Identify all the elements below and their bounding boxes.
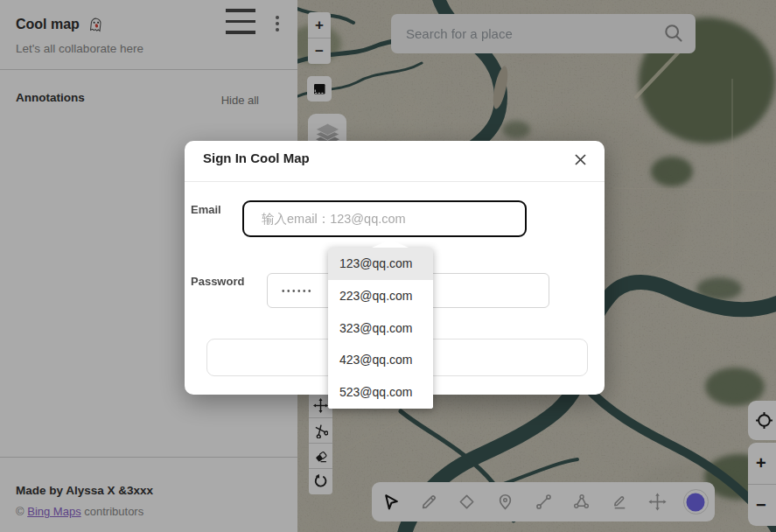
divider bbox=[185, 181, 605, 182]
close-button[interactable] bbox=[571, 150, 589, 168]
app-window: Cool map Let's all collaborate here Anno… bbox=[0, 0, 776, 532]
email-suggestions-dropdown: 123@qq.com 223@qq.com 323@qq.com 423@qq.… bbox=[328, 248, 433, 409]
email-suggestion[interactable]: 323@qq.com bbox=[328, 312, 433, 345]
email-suggestion[interactable]: 523@qq.com bbox=[328, 376, 433, 409]
email-field[interactable] bbox=[242, 200, 527, 237]
email-suggestion[interactable]: 423@qq.com bbox=[328, 344, 433, 376]
email-suggestion[interactable]: 123@qq.com bbox=[328, 248, 433, 280]
email-label: Email bbox=[191, 203, 221, 216]
dropdown-caret bbox=[372, 240, 409, 248]
email-suggestion[interactable]: 223@qq.com bbox=[328, 280, 433, 312]
password-label: Password bbox=[191, 275, 244, 288]
modal-title: Sign In Cool Map bbox=[203, 150, 310, 165]
close-icon bbox=[574, 153, 587, 166]
